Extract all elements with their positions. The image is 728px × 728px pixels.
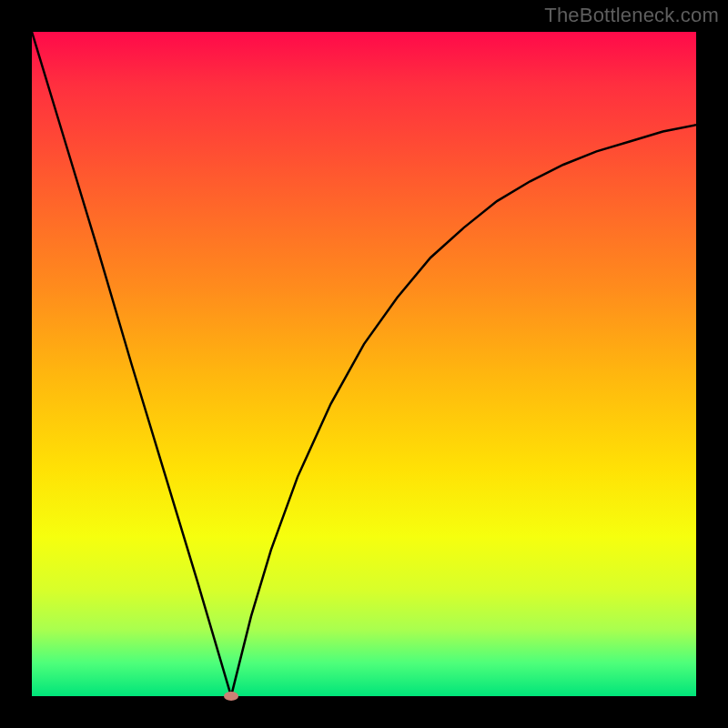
- chart-frame: TheBottleneck.com: [0, 0, 728, 728]
- curve-svg: [32, 32, 696, 696]
- plot-area: [32, 32, 696, 696]
- curve-path: [32, 32, 696, 696]
- watermark-text: TheBottleneck.com: [544, 4, 719, 27]
- min-marker: [224, 692, 238, 701]
